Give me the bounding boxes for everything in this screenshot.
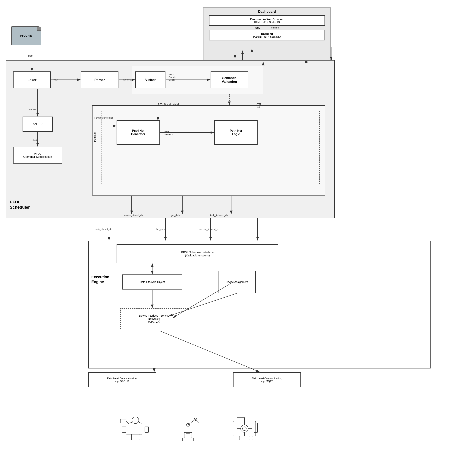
- notify-connect-row: notify connect: [204, 26, 331, 30]
- petrinet-label: Petri Net: [93, 132, 96, 142]
- svg-rect-54: [249, 436, 253, 440]
- backend-box: Backend Python Flask + Socket.IO: [209, 30, 325, 40]
- petri-logic-box: Petri NetLogic: [214, 120, 258, 145]
- input-label: input: [28, 54, 33, 57]
- visitor-box: Visitor: [135, 71, 165, 88]
- petri-gen-label: Petri NetGenerator: [131, 129, 145, 136]
- pfdl-file: PFDL File: [11, 26, 43, 49]
- antlr-label: ANTLR: [33, 122, 42, 126]
- device-interface-label: Device Interface - ServiceExecution(OPC …: [139, 314, 169, 323]
- task-finished-cb-label: task_finished _cb: [210, 214, 228, 217]
- field-comm-right: Field Level Communication,e.g. MQTT: [233, 372, 301, 387]
- service-started-cb-label: service_started_cb: [124, 214, 143, 217]
- exec-engine-label: ExecutionEngine: [91, 274, 110, 284]
- diagram-container: Dashboard Frontend in WebBrowser HTML + …: [0, 0, 458, 476]
- machine-3: [226, 410, 263, 444]
- fire-event-label: fire_event: [156, 228, 166, 230]
- notify-label: notify: [255, 26, 260, 29]
- grammar-box: PFDLGrammar Specification: [13, 147, 62, 163]
- data-lifecycle-box: Data Lifecycle Object: [122, 274, 182, 289]
- connect-label: connect: [271, 26, 279, 29]
- semantic-label: SemanticValidation: [222, 76, 237, 84]
- pfdl-file-shape: PFDL File: [11, 26, 41, 45]
- machine-1: [117, 410, 154, 444]
- parser-box: Parser: [81, 71, 119, 88]
- svg-rect-43: [186, 425, 190, 433]
- svg-rect-35: [129, 434, 132, 440]
- visitor-label: Visitor: [145, 78, 156, 82]
- device-assignment-box: Device Assignment: [218, 271, 256, 293]
- svg-rect-40: [120, 419, 126, 423]
- token-label: Token: [52, 78, 58, 81]
- machine-2: [169, 410, 207, 444]
- device-assignment-label: Device Assignment: [226, 280, 248, 283]
- field-comm-right-label: Field Level Communication,e.g. MQTT: [252, 377, 282, 382]
- pfdl-interface-box: PFDL Scheduler Interface(Callback functi…: [117, 244, 278, 263]
- scheduler-label: PFDL Scheduler: [10, 199, 30, 210]
- petri-gen-box: Petri NetGenerator: [117, 120, 160, 145]
- input-petri-net-label: InputPetri Net: [164, 131, 173, 136]
- lexer-box: Lexer: [13, 71, 51, 88]
- service-finished-cb-label: service_finished_cb: [199, 228, 219, 230]
- svg-rect-36: [139, 434, 142, 440]
- task-started-cb-label: task_started_cb: [95, 228, 111, 230]
- parse-tree-label: Parse tree: [122, 78, 132, 81]
- field-comm-left: Field Level Communication,e.g. OPC UA: [88, 372, 156, 387]
- frontend-subtitle: HTML + JS + Socket.IO: [211, 21, 323, 24]
- get-data-label: get_data: [171, 214, 180, 217]
- dashboard-box: Dashboard Frontend in WebBrowser HTML + …: [203, 8, 331, 60]
- svg-line-41: [126, 421, 129, 424]
- grammar-label: PFDLGrammar Specification: [23, 152, 52, 158]
- pfdl-domain-model-bottom: PFDL Domain Model: [158, 103, 179, 106]
- svg-rect-33: [122, 427, 126, 432]
- device-interface-box: Device Interface - ServiceExecution(OPC …: [120, 308, 188, 329]
- http-rest-label: HTTPRest: [256, 103, 262, 108]
- field-comm-left-label: Field Level Communication,e.g. OPC UA: [107, 377, 137, 382]
- lexer-label: Lexer: [27, 78, 36, 82]
- backend-title: Backend: [211, 32, 323, 35]
- svg-point-55: [241, 425, 248, 432]
- antlr-box: ANTLR: [23, 117, 53, 132]
- frontend-title: Frontend in WebBrowser: [211, 17, 323, 21]
- svg-rect-53: [236, 436, 240, 440]
- svg-rect-34: [145, 427, 149, 432]
- svg-point-37: [132, 417, 139, 424]
- backend-subtitle: Python Flask + Socket.IO: [211, 35, 323, 38]
- frontend-box: Frontend in WebBrowser HTML + JS + Socke…: [209, 15, 325, 26]
- semantic-box: SemanticValidation: [211, 71, 248, 88]
- uses-label: uses: [32, 139, 37, 141]
- svg-line-45: [195, 419, 199, 423]
- pfdl-interface-label: PFDL Scheduler Interface(Callback functi…: [181, 251, 214, 257]
- pfdl-domain-model-label: PFDLDomainModel: [169, 73, 176, 81]
- dashboard-title: Dashboard: [204, 8, 331, 15]
- svg-point-56: [243, 427, 246, 431]
- svg-rect-52: [237, 417, 244, 422]
- parser-label: Parser: [94, 78, 105, 82]
- creates-label: creates: [29, 108, 37, 111]
- formal-conversion-label: Formal Conversion: [94, 117, 113, 119]
- petri-logic-label: Petri NetLogic: [230, 129, 242, 136]
- data-lifecycle-label: Data Lifecycle Object: [140, 280, 165, 283]
- pfdl-file-label: PFDL File: [20, 34, 32, 37]
- svg-rect-32: [126, 423, 141, 434]
